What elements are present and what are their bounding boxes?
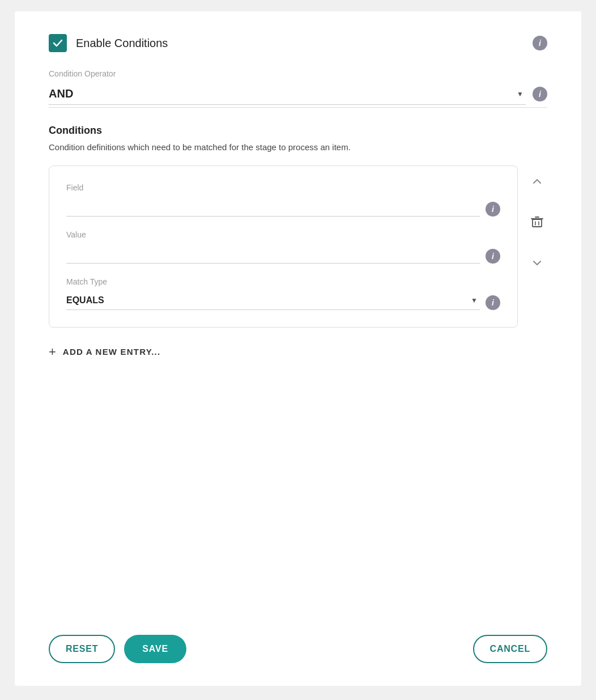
add-entry-label: ADD A NEW ENTRY... — [63, 347, 160, 357]
cancel-button[interactable]: CANCEL — [473, 635, 547, 663]
field-row: i — [66, 197, 500, 217]
conditions-title: Conditions — [49, 125, 547, 137]
save-button[interactable]: SAVE — [124, 635, 186, 663]
value-group: Value i — [66, 230, 500, 264]
enable-conditions-label: Enable Conditions — [76, 37, 168, 50]
conditions-description: Condition definitions which need to be m… — [49, 141, 547, 154]
enable-conditions-left: Enable Conditions — [49, 34, 168, 52]
conditions-section: Conditions Condition definitions which n… — [49, 125, 547, 393]
condition-card-wrapper: Field i Value i — [49, 166, 547, 328]
match-type-info-icon[interactable]: i — [486, 295, 500, 310]
match-type-select[interactable]: EQUALS CONTAINS STARTS_WITH ENDS_WITH NO… — [66, 291, 480, 310]
move-down-button[interactable] — [527, 253, 547, 273]
match-type-group: Match Type EQUALS CONTAINS STARTS_WITH E… — [66, 277, 500, 310]
operator-select[interactable]: AND OR — [49, 83, 526, 105]
main-panel: Enable Conditions i Condition Operator A… — [15, 11, 581, 686]
field-input-wrapper — [66, 197, 480, 217]
match-type-select-wrapper: EQUALS CONTAINS STARTS_WITH ENDS_WITH NO… — [66, 291, 480, 310]
condition-actions — [518, 166, 547, 279]
operator-row: AND OR ▼ i — [49, 83, 547, 105]
enable-conditions-checkbox[interactable] — [49, 34, 67, 52]
svg-rect-0 — [533, 219, 542, 227]
operator-select-wrapper: AND OR ▼ — [49, 83, 526, 105]
delete-button[interactable] — [527, 212, 547, 232]
operator-info-icon[interactable]: i — [533, 87, 547, 101]
condition-card: Field i Value i — [49, 166, 518, 328]
value-input-wrapper — [66, 244, 480, 264]
reset-button[interactable]: RESET — [49, 635, 115, 663]
value-label: Value — [66, 230, 500, 239]
field-info-icon[interactable]: i — [486, 202, 500, 217]
field-label: Field — [66, 183, 500, 192]
move-up-button[interactable] — [527, 171, 547, 192]
match-type-label: Match Type — [66, 277, 500, 286]
enable-conditions-row: Enable Conditions i — [49, 34, 547, 52]
value-input[interactable] — [66, 244, 480, 264]
condition-operator-label: Condition Operator — [49, 69, 547, 78]
value-row: i — [66, 244, 500, 264]
plus-icon: + — [49, 345, 56, 359]
footer-row: RESET SAVE CANCEL — [49, 623, 547, 663]
value-info-icon[interactable]: i — [486, 249, 500, 264]
field-group: Field i — [66, 183, 500, 217]
footer-left-buttons: RESET SAVE — [49, 635, 186, 663]
condition-operator-section: Condition Operator AND OR ▼ i — [49, 69, 547, 108]
match-type-row: EQUALS CONTAINS STARTS_WITH ENDS_WITH NO… — [66, 291, 500, 310]
enable-conditions-info-icon[interactable]: i — [533, 36, 547, 50]
add-entry-row[interactable]: + ADD A NEW ENTRY... — [49, 345, 547, 359]
field-input[interactable] — [66, 197, 480, 217]
